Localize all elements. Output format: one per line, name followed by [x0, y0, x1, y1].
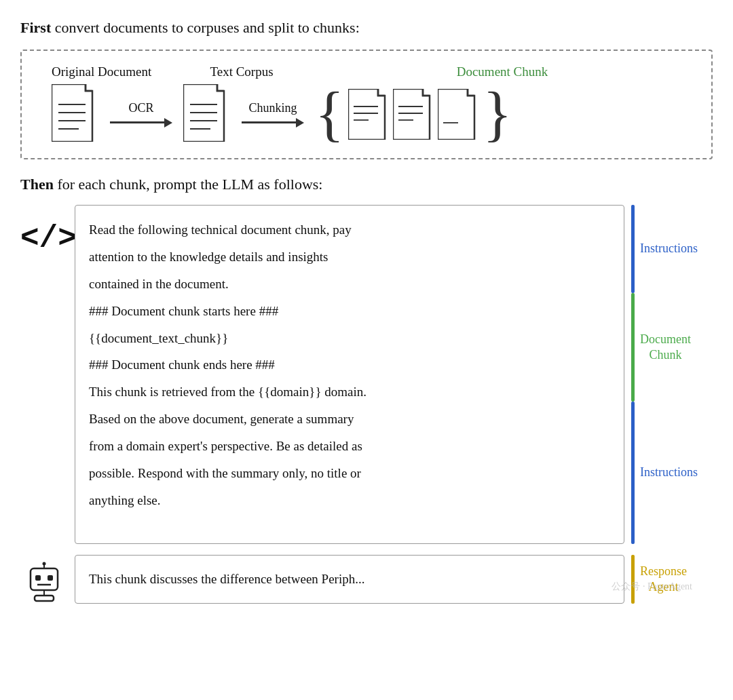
prompt-box: Read the following technical document ch…	[75, 205, 624, 544]
prompt-line-7: This chunk is retrieved from the {{domai…	[89, 378, 610, 406]
intro-heading: First convert documents to corpuses and …	[20, 16, 713, 39]
prompt-line-5: {{document_text_chunk}}	[89, 325, 610, 352]
annotation-instructions-1: Instructions	[640, 241, 698, 256]
prompt-line-4: ### Document chunk starts here ###	[89, 298, 610, 325]
prompt-line-3: contained in the document.	[89, 271, 610, 298]
chunk-icon-3	[438, 89, 478, 140]
ocr-arrow: OCR	[110, 101, 172, 128]
svg-rect-20	[31, 568, 58, 590]
response-box: This chunk discusses the difference betw…	[75, 555, 624, 604]
original-doc-label: Original Document	[52, 64, 167, 79]
chunk-icon-2	[393, 89, 434, 140]
code-icon: </>	[20, 212, 68, 544]
annotation-instructions-2: Instructions	[640, 465, 698, 480]
then-heading: Then for each chunk, prompt the LLM as f…	[20, 173, 713, 195]
svg-rect-21	[35, 575, 41, 581]
prompt-line-11: anything else.	[89, 487, 610, 514]
corpus-icon	[183, 84, 231, 144]
diagram-box: Original Document Text Corpus Document C…	[20, 50, 713, 159]
curly-brace: {	[315, 83, 344, 144]
watermark: 公众号 · PaperAgent	[612, 581, 692, 593]
prompt-line-2: attention to the knowledge details and i…	[89, 244, 610, 271]
svg-rect-22	[48, 575, 53, 581]
svg-point-25	[43, 562, 46, 566]
chunk-icon-1	[348, 89, 389, 140]
svg-rect-27	[35, 596, 54, 601]
response-text: This chunk discusses the difference betw…	[89, 572, 364, 586]
curly-brace-close: }	[483, 83, 512, 144]
original-doc-icon	[52, 84, 99, 144]
annotation-bars: Instructions Document Chunk Instructions	[631, 205, 713, 544]
corpus-label: Text Corpus	[174, 64, 309, 79]
chunk-group: {	[315, 83, 512, 144]
prompt-line-10: possible. Respond with the summary only,…	[89, 460, 610, 487]
robot-icon	[20, 555, 68, 604]
annotation-doc-chunk: Document Chunk	[640, 332, 691, 364]
chunk-label: Document Chunk	[309, 64, 695, 79]
prompt-line-9: from a domain expert's perspective. Be a…	[89, 433, 610, 460]
prompt-line-6: ### Document chunk ends here ###	[89, 351, 610, 378]
chunking-arrow: Chunking	[242, 101, 304, 128]
prompt-line-8: Based on the above document, generate a …	[89, 406, 610, 433]
response-annotation: Response Agent	[631, 555, 713, 604]
prompt-line-1: Read the following technical document ch…	[89, 216, 610, 244]
